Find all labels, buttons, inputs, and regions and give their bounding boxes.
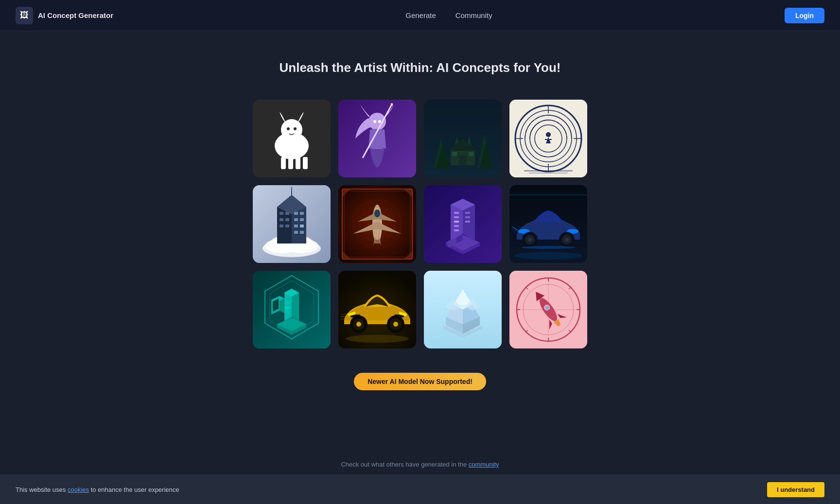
svg-rect-52 xyxy=(300,212,304,215)
grid-item-6[interactable] xyxy=(338,185,416,263)
svg-rect-58 xyxy=(300,231,304,234)
svg-rect-97 xyxy=(465,216,470,218)
hero-title: Unleash the Artist Within: AI Concepts f… xyxy=(280,60,561,75)
card-1-image xyxy=(253,100,331,177)
svg-rect-8 xyxy=(296,157,300,169)
cookie-banner: This website uses cookies to enhance the… xyxy=(0,475,840,504)
header: 🖼 AI Concept Generator Generate Communit… xyxy=(0,0,840,31)
svg-point-5 xyxy=(288,139,296,143)
svg-point-114 xyxy=(522,246,575,249)
card-5-image xyxy=(253,185,331,263)
svg-rect-91 xyxy=(454,212,459,214)
svg-rect-63 xyxy=(280,225,283,227)
svg-rect-94 xyxy=(454,225,459,227)
svg-rect-61 xyxy=(280,218,283,221)
svg-rect-55 xyxy=(294,225,298,227)
svg-point-2 xyxy=(281,119,302,140)
svg-rect-27 xyxy=(469,152,473,156)
login-button[interactable]: Login xyxy=(785,8,824,23)
community-footer-link[interactable]: community xyxy=(469,461,499,468)
svg-rect-6 xyxy=(281,157,286,169)
svg-rect-51 xyxy=(294,212,298,215)
svg-rect-28 xyxy=(459,156,467,165)
svg-rect-64 xyxy=(285,225,289,227)
card-7-image xyxy=(424,185,502,263)
card-6-image xyxy=(338,185,416,263)
card-9-image xyxy=(253,271,331,348)
svg-rect-98 xyxy=(465,221,470,223)
image-grid xyxy=(253,100,587,348)
grid-item-4[interactable] xyxy=(509,100,587,177)
card-10-image xyxy=(338,271,416,348)
bottom-footer-text: Check out what others have generated in … xyxy=(0,454,840,475)
svg-point-141 xyxy=(393,322,398,327)
svg-point-133 xyxy=(346,335,409,343)
svg-rect-129 xyxy=(285,302,290,304)
grid-item-1[interactable] xyxy=(253,100,331,177)
svg-point-157 xyxy=(465,294,466,295)
svg-point-79 xyxy=(374,209,380,217)
card-4-image xyxy=(509,100,587,177)
svg-rect-131 xyxy=(285,311,290,313)
svg-rect-7 xyxy=(288,157,293,169)
svg-point-4 xyxy=(294,127,297,130)
grid-item-7[interactable] xyxy=(424,185,502,263)
grid-item-3[interactable] xyxy=(424,100,502,177)
card-2-image xyxy=(338,100,416,177)
svg-rect-130 xyxy=(285,307,290,309)
logo-icon: 🖼 xyxy=(16,7,33,24)
svg-point-140 xyxy=(356,322,361,327)
card-8-image xyxy=(509,185,587,263)
svg-point-3 xyxy=(287,127,290,130)
grid-item-12[interactable] xyxy=(509,271,587,348)
grid-item-9[interactable] xyxy=(253,271,331,348)
svg-rect-53 xyxy=(294,218,298,221)
svg-point-66 xyxy=(291,187,293,189)
app-title: AI Concept Generator xyxy=(38,11,113,19)
grid-item-10[interactable] xyxy=(338,271,416,348)
svg-point-156 xyxy=(462,290,464,292)
nav-community[interactable]: Community xyxy=(455,11,492,19)
svg-rect-26 xyxy=(452,152,457,156)
svg-rect-9 xyxy=(303,157,308,169)
svg-rect-62 xyxy=(285,218,289,221)
svg-point-105 xyxy=(514,252,582,260)
svg-rect-95 xyxy=(454,229,459,231)
svg-rect-93 xyxy=(454,221,459,223)
nav-generate[interactable]: Generate xyxy=(405,11,436,19)
badge-container: Newer AI Model Now Supported! xyxy=(354,373,486,390)
svg-point-113 xyxy=(565,238,569,242)
svg-rect-96 xyxy=(465,212,470,214)
svg-rect-60 xyxy=(285,212,289,215)
cookie-message: This website uses cookies to enhance the… xyxy=(16,486,179,493)
grid-item-5[interactable] xyxy=(253,185,331,263)
main-nav: Generate Community xyxy=(405,11,492,19)
grid-item-2[interactable] xyxy=(338,100,416,177)
svg-point-39 xyxy=(546,132,551,137)
svg-rect-57 xyxy=(294,231,298,234)
grid-item-8[interactable] xyxy=(509,185,587,263)
cookie-link[interactable]: cookies xyxy=(68,486,89,493)
svg-rect-42 xyxy=(529,173,568,174)
svg-rect-56 xyxy=(300,225,304,227)
main-content: Unleash the Artist Within: AI Concepts f… xyxy=(0,31,840,410)
svg-rect-41 xyxy=(524,170,573,172)
svg-point-15 xyxy=(378,120,381,123)
svg-rect-54 xyxy=(300,218,304,221)
newer-badge: Newer AI Model Now Supported! xyxy=(354,373,486,390)
grid-item-11[interactable] xyxy=(424,271,502,348)
understand-button[interactable]: I understand xyxy=(767,482,824,497)
logo-emoji: 🖼 xyxy=(20,10,29,20)
svg-point-14 xyxy=(373,120,376,123)
svg-rect-59 xyxy=(280,212,283,215)
card-11-image xyxy=(424,271,502,348)
header-left: 🖼 AI Concept Generator xyxy=(16,7,113,24)
svg-rect-92 xyxy=(454,216,459,218)
svg-point-112 xyxy=(528,238,532,242)
card-3-image xyxy=(424,100,502,177)
svg-point-158 xyxy=(460,295,461,295)
card-12-image xyxy=(509,271,587,348)
